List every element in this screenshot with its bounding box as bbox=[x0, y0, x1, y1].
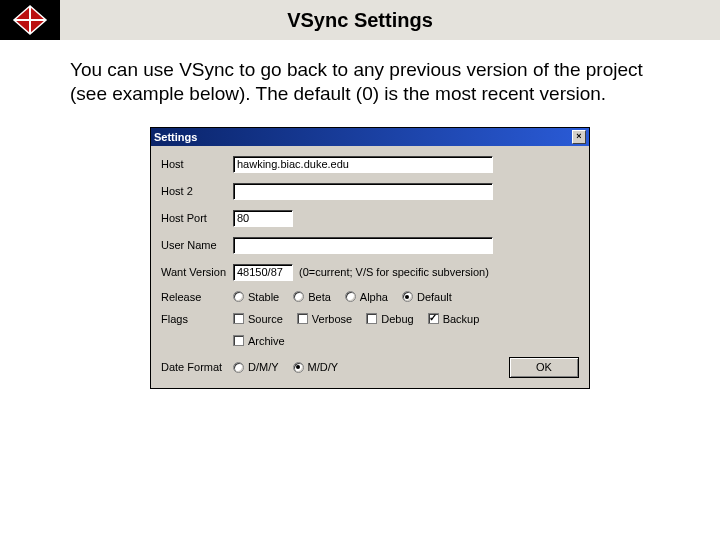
flag-archive-label: Archive bbox=[248, 335, 285, 347]
flag-debug-label: Debug bbox=[381, 313, 413, 325]
flag-verbose-label: Verbose bbox=[312, 313, 352, 325]
flag-verbose-check[interactable]: Verbose bbox=[297, 313, 352, 325]
flags-label: Flags bbox=[161, 313, 233, 325]
checkbox-icon bbox=[366, 313, 377, 324]
date-mdy-radio[interactable]: M/D/Y bbox=[293, 361, 339, 373]
checkbox-icon bbox=[233, 335, 244, 346]
release-label: Release bbox=[161, 291, 233, 303]
release-beta-radio[interactable]: Beta bbox=[293, 291, 331, 303]
radio-icon bbox=[402, 291, 413, 302]
flag-archive-check[interactable]: Archive bbox=[233, 335, 285, 347]
description-text: You can use VSync to go back to any prev… bbox=[70, 58, 650, 107]
host-port-input[interactable] bbox=[233, 210, 293, 227]
page-header: VSync Settings bbox=[0, 0, 720, 40]
user-name-label: User Name bbox=[161, 239, 233, 251]
page-title: VSync Settings bbox=[0, 9, 720, 32]
flag-debug-check[interactable]: Debug bbox=[366, 313, 413, 325]
radio-icon bbox=[345, 291, 356, 302]
want-version-hint: (0=current; V/S for specific subversion) bbox=[299, 266, 489, 278]
checkbox-icon bbox=[428, 313, 439, 324]
dialog-body: Host Host 2 Host Port User Name Want Ver… bbox=[151, 146, 589, 388]
release-alpha-label: Alpha bbox=[360, 291, 388, 303]
dialog-title: Settings bbox=[154, 131, 197, 143]
release-alpha-radio[interactable]: Alpha bbox=[345, 291, 388, 303]
release-stable-label: Stable bbox=[248, 291, 279, 303]
release-beta-label: Beta bbox=[308, 291, 331, 303]
flag-source-check[interactable]: Source bbox=[233, 313, 283, 325]
title-bar[interactable]: Settings × bbox=[151, 128, 589, 146]
date-mdy-label: M/D/Y bbox=[308, 361, 339, 373]
checkbox-icon bbox=[297, 313, 308, 324]
host-label: Host bbox=[161, 158, 233, 170]
host-input[interactable] bbox=[233, 156, 493, 173]
radio-icon bbox=[233, 362, 244, 373]
checkbox-icon bbox=[233, 313, 244, 324]
close-icon[interactable]: × bbox=[572, 130, 586, 144]
ok-button[interactable]: OK bbox=[509, 357, 579, 378]
release-default-label: Default bbox=[417, 291, 452, 303]
date-dmy-radio[interactable]: D/M/Y bbox=[233, 361, 279, 373]
radio-icon bbox=[293, 291, 304, 302]
date-format-label: Date Format bbox=[161, 361, 233, 373]
date-dmy-label: D/M/Y bbox=[248, 361, 279, 373]
release-stable-radio[interactable]: Stable bbox=[233, 291, 279, 303]
host-port-label: Host Port bbox=[161, 212, 233, 224]
user-name-input[interactable] bbox=[233, 237, 493, 254]
flag-source-label: Source bbox=[248, 313, 283, 325]
radio-icon bbox=[293, 362, 304, 373]
settings-dialog: Settings × Host Host 2 Host Port User Na… bbox=[150, 127, 590, 389]
flag-backup-check[interactable]: Backup bbox=[428, 313, 480, 325]
host2-input[interactable] bbox=[233, 183, 493, 200]
flag-backup-label: Backup bbox=[443, 313, 480, 325]
want-version-input[interactable] bbox=[233, 264, 293, 281]
host2-label: Host 2 bbox=[161, 185, 233, 197]
radio-icon bbox=[233, 291, 244, 302]
release-default-radio[interactable]: Default bbox=[402, 291, 452, 303]
want-version-label: Want Version bbox=[161, 266, 233, 278]
